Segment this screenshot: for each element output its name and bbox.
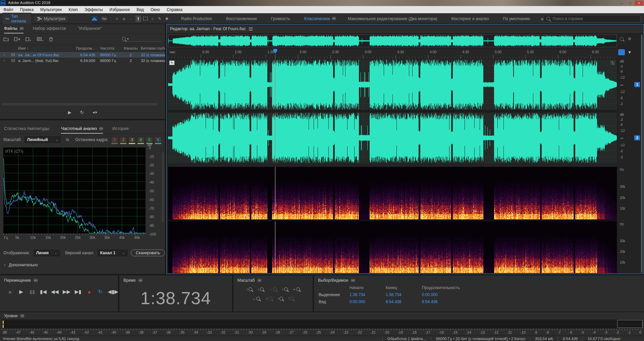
advanced-section-toggle[interactable]: › Дополнительно [0, 261, 165, 269]
scan-button[interactable]: Сканировать [131, 250, 165, 256]
help-search-input[interactable] [552, 16, 638, 21]
preview-play-icon[interactable]: ▶ [68, 110, 71, 115]
preview-autoplay-icon[interactable]: ◂🕩 [93, 110, 97, 115]
hold-frame-button[interactable]: 4 [137, 137, 144, 143]
selection-duration[interactable]: 0:00.000 [422, 292, 472, 297]
panel-menu-icon[interactable] [20, 315, 24, 318]
import-file-icon[interactable] [14, 37, 20, 41]
new-file-icon[interactable] [25, 37, 32, 41]
transport-button-pause[interactable]: ▮▮ [29, 289, 36, 295]
frequency-analysis-chart[interactable] [3, 147, 146, 233]
editor-title[interactable]: Редактор: аа. Jarman - Fear Of Fours.fla… [170, 26, 246, 31]
razor-tool-icon[interactable]: ◆ [121, 15, 127, 22]
transport-button-forward[interactable]: ▶▶ [63, 289, 70, 295]
transport-button-stop[interactable]: ■ [7, 289, 13, 295]
menu-item[interactable]: Окно [147, 6, 163, 13]
multitrack-view-button[interactable]: Мультитрек [34, 15, 68, 22]
copy-graph-icon[interactable] [66, 138, 69, 142]
hold-frame-button[interactable]: 3 [128, 137, 136, 143]
editor-vertical-scrollbar[interactable] [641, 35, 643, 273]
transport-button-go-end[interactable]: ▶▮ [75, 289, 82, 295]
file-row-аа. Jar...ar Of Fours.flac[interactable]: › аа. Jar...ar Of Fours.flac 6:54.436 96… [0, 52, 165, 58]
scale-dropdown[interactable]: Линейный⌄ [24, 136, 61, 143]
timeline-option-icon[interactable] [618, 49, 625, 55]
zoom-in-left-edge-icon[interactable]: ‹ [282, 287, 287, 291]
time-selection-tool-icon[interactable]: I [136, 15, 141, 22]
menu-item[interactable]: Мультитрек [37, 6, 65, 13]
menu-item[interactable]: Справка [163, 6, 186, 13]
filter-icon[interactable]: ▼ [627, 49, 632, 55]
marquee-selection-tool-icon[interactable] [143, 15, 148, 22]
overview-zoom-icon[interactable] [618, 36, 625, 42]
transport-button-play[interactable]: ▶ [18, 289, 24, 295]
resize-overlay-icon[interactable]: ╲ [610, 61, 615, 65]
waveform-view-button[interactable]: Тип сигнала [2, 13, 32, 25]
waveform-display-toggle[interactable] [100, 15, 108, 22]
maximize-button[interactable]: □ [626, 1, 635, 5]
workspace-tab[interactable]: Мастеринг и анализ [451, 16, 491, 21]
col-name[interactable]: Имя ↓ [18, 46, 76, 50]
view-duration[interactable]: 6:54.436 [422, 299, 472, 304]
hold-frame-button[interactable]: 1 [111, 137, 118, 143]
level-meter[interactable] [2, 320, 642, 328]
view-start[interactable]: 0:00.000 [350, 299, 386, 304]
menu-item[interactable]: Избранное [106, 6, 133, 13]
panel-tab[interactable]: "Избранное" [78, 26, 104, 33]
panel-menu-icon[interactable] [139, 279, 142, 282]
workspace-tab[interactable]: По умолчанию [503, 16, 532, 21]
files-horizontal-scrollbar[interactable] [1, 103, 158, 106]
file-row-а. Jarm... (feat. Yui).flac[interactable]: › а. Jarm... (feat. Yui).flac 6:24.000 9… [0, 58, 165, 63]
transport-button-rewind[interactable]: ◀◀ [51, 289, 58, 295]
workspace-overflow-chevron[interactable]: » [541, 16, 543, 21]
overview-strip[interactable] [168, 35, 617, 47]
close-button[interactable]: × [635, 1, 643, 5]
col-depth[interactable]: Битовая глубина [141, 46, 165, 50]
panel-tab[interactable]: Статистика Амплитуды [4, 126, 52, 134]
overview-settings-icon[interactable]: ⚙ [626, 36, 633, 42]
col-duration[interactable]: Продолж... [76, 46, 97, 50]
menu-item[interactable]: Клип [65, 6, 81, 13]
workspace-tab[interactable]: Восстановление [226, 16, 259, 21]
zoom-out-horizontal-icon[interactable]: ⊖ [265, 297, 272, 300]
expander-icon[interactable]: › [0, 59, 9, 62]
zoom-in-vertical-icon[interactable]: ↕ [246, 287, 252, 291]
panel-tab[interactable]: Набор эффектов [33, 26, 68, 33]
panel-menu-icon[interactable] [34, 279, 38, 282]
menu-item[interactable]: Файл [0, 6, 17, 13]
minimize-button[interactable]: – [617, 1, 626, 5]
spectrogram-channel-2[interactable] [168, 221, 617, 273]
panel-tab[interactable]: Файлы [4, 26, 23, 33]
analysis-scrollbar[interactable] [162, 152, 164, 223]
channel-1-badge[interactable]: 1 [634, 82, 640, 87]
menu-item[interactable]: Правка [17, 6, 37, 13]
panel-menu-icon[interactable] [258, 279, 261, 282]
slip-tool-icon[interactable]: ↔ [128, 15, 134, 22]
view-end[interactable]: 6:54.436 [386, 299, 422, 304]
help-search-box[interactable] [543, 15, 641, 22]
hold-frame-button[interactable]: 5 [146, 137, 153, 143]
open-file-icon[interactable] [3, 37, 9, 41]
transport-button-loop[interactable]: ↻ [97, 289, 104, 295]
panel-tab[interactable]: Частотный анализ [61, 126, 103, 134]
lasso-selection-tool-icon[interactable]: ○ [150, 15, 155, 22]
trash-icon[interactable] [49, 37, 53, 42]
col-channels[interactable]: Каналы [121, 46, 141, 50]
zoom-to-selection-icon[interactable]: ‹› [293, 287, 300, 291]
panel-menu-icon[interactable] [351, 279, 355, 282]
hold-frame-button[interactable]: 6 [155, 137, 162, 143]
display-dropdown[interactable]: Линия⌄ [34, 250, 60, 256]
files-search-box[interactable]: ▾ [122, 37, 162, 42]
channel-2-badge[interactable]: 2 [634, 135, 640, 140]
menu-item[interactable]: Эффекты [81, 6, 106, 13]
zoom-out-full-icon[interactable]: ↔ [269, 287, 277, 291]
waveform-channel-2[interactable] [168, 113, 617, 163]
selection-start[interactable]: 1:38.734 [350, 292, 386, 297]
zoom-in-horizontal-icon[interactable]: ↔ [252, 297, 260, 300]
panel-menu-icon[interactable] [249, 27, 253, 30]
spot-healing-tool-icon[interactable]: ❖ [164, 15, 170, 22]
zoom-in-right-edge-icon[interactable]: › [278, 297, 283, 300]
zoom-out-vertical-icon[interactable]: ↕ [258, 287, 264, 291]
workspace-tab[interactable]: Громкость [271, 16, 292, 21]
edit-overlay-icon[interactable]: ✎ [169, 61, 174, 65]
timeline-ruler[interactable]: чмс 0:301:001:302:002:303:003:304:004:30… [168, 49, 617, 59]
